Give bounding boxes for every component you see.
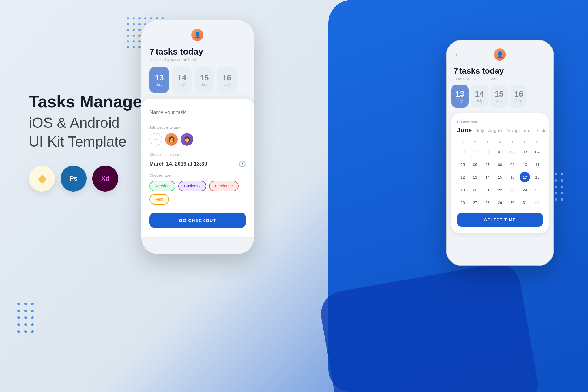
- menu-dots-left[interactable]: ···: [240, 32, 246, 38]
- cal-05[interactable]: 05: [458, 159, 468, 170]
- cal-29-inactive[interactable]: 29: [458, 147, 468, 157]
- cal-02[interactable]: 02: [507, 147, 518, 157]
- month-september[interactable]: Semptember: [507, 128, 533, 133]
- date-item-13-right[interactable]: 13 July: [451, 85, 469, 108]
- cal-15[interactable]: 15: [495, 172, 505, 182]
- cal-01-inactive[interactable]: 01: [532, 197, 542, 208]
- datetime-label: Choose date & time: [149, 153, 246, 157]
- cal-22[interactable]: 22: [495, 185, 505, 195]
- back-arrow-left[interactable]: ←: [149, 32, 155, 38]
- task-count-right: 7: [454, 66, 458, 75]
- cal-30-inactive[interactable]: 30: [470, 147, 480, 157]
- back-arrow-right[interactable]: ←: [455, 51, 460, 58]
- cal-29-end[interactable]: 29: [495, 197, 505, 208]
- month-tabs: June July August Semptember Octo: [457, 126, 543, 134]
- cal-16[interactable]: 16: [507, 172, 518, 182]
- dots-left-pattern: [17, 303, 35, 334]
- type-label: Choose type: [149, 173, 246, 177]
- photoshop-icon: Ps: [61, 166, 87, 192]
- phone-right-header: ← 👤 ···: [447, 48, 553, 61]
- cal-30[interactable]: 30: [507, 197, 518, 208]
- cal-header-s2: S: [532, 139, 543, 145]
- person-avatar-2: 👩: [181, 133, 193, 146]
- cal-11[interactable]: 11: [532, 159, 542, 170]
- tasks-label-left: tasks today: [156, 47, 203, 56]
- cal-31-inactive[interactable]: 31: [482, 147, 493, 157]
- date-item-15[interactable]: 15 July: [194, 67, 214, 93]
- greeting-right: Hello Sofia, welcome back.: [447, 76, 553, 85]
- cal-header-s1: S: [457, 139, 468, 145]
- date-item-16[interactable]: 16 July: [217, 67, 237, 93]
- date-strip-left: 13 July 14 July 15 July 16 July: [141, 67, 254, 93]
- cal-12[interactable]: 12: [458, 172, 468, 182]
- datetime-value: March 14, 2019 at 13:30: [149, 161, 207, 167]
- cal-27[interactable]: 27: [470, 197, 480, 208]
- task-name-input[interactable]: [149, 107, 246, 118]
- cal-header-f: F: [519, 139, 531, 145]
- choose-date-label: Choose date: [457, 120, 543, 124]
- calendar-grid: S M T W T F S 29 30 31 01 02 03 04 05 06…: [457, 139, 543, 208]
- cal-04[interactable]: 04: [532, 147, 542, 157]
- cal-13[interactable]: 13: [470, 172, 480, 182]
- cal-08[interactable]: 08: [495, 159, 505, 170]
- month-october[interactable]: Octo: [537, 128, 547, 133]
- person-avatar-1: 👩: [165, 133, 178, 146]
- cal-19[interactable]: 19: [458, 185, 468, 195]
- add-people-label: Add people to task: [149, 125, 246, 130]
- cal-03[interactable]: 03: [520, 147, 530, 157]
- avatar-right: 👤: [494, 48, 506, 61]
- cal-09[interactable]: 09: [507, 159, 518, 170]
- sketch-icon: ◆: [29, 166, 55, 192]
- cal-31-end[interactable]: 31: [520, 197, 530, 208]
- cal-20[interactable]: 20: [470, 185, 480, 195]
- cal-06[interactable]: 06: [470, 159, 480, 170]
- clock-icon[interactable]: 🕐: [239, 160, 246, 167]
- datetime-row: March 14, 2019 at 13:30 🕐: [149, 160, 246, 167]
- cal-10[interactable]: 10: [520, 159, 530, 170]
- cal-01-w1[interactable]: 01: [495, 147, 505, 157]
- date-item-14[interactable]: 14 July: [172, 67, 192, 93]
- cal-18[interactable]: 18: [532, 172, 542, 182]
- date-item-13-active[interactable]: 13 July: [149, 67, 169, 93]
- type-chips: Meeting Business Freelance Fam: [149, 181, 246, 205]
- date-strip-right: 13 July 14 July 15 July 16 July: [447, 85, 553, 108]
- go-checkout-button[interactable]: GO CHECKOUT: [149, 213, 246, 228]
- date-item-16-right[interactable]: 16 July: [510, 85, 527, 108]
- tasks-label-right: tasks today: [459, 66, 504, 75]
- greeting-left: Hello Sofia, welcome back.: [141, 57, 254, 67]
- cal-header-w: W: [494, 139, 505, 145]
- phone-right-mockup: ← 👤 ··· 7 tasks today Hello Sofia, welco…: [447, 40, 553, 265]
- avatar-left: 👤: [191, 29, 203, 41]
- cal-23[interactable]: 23: [507, 185, 518, 195]
- cal-header-t1: T: [482, 139, 493, 145]
- xd-icon: Xd: [92, 166, 118, 192]
- task-count-left: 7: [149, 47, 154, 56]
- people-row: + 👩 👩: [149, 133, 246, 146]
- add-person-button[interactable]: +: [149, 133, 162, 146]
- cal-17-active[interactable]: 17: [520, 172, 530, 182]
- month-july[interactable]: July: [476, 128, 484, 133]
- cal-header-m: M: [469, 139, 481, 145]
- chip-freelance[interactable]: Freelance: [209, 181, 239, 191]
- menu-dots-right[interactable]: ···: [539, 52, 545, 58]
- date-item-15-right[interactable]: 15 July: [490, 85, 508, 108]
- cal-21[interactable]: 21: [482, 185, 493, 195]
- cal-header-t2: T: [507, 139, 518, 145]
- cal-24[interactable]: 24: [520, 185, 530, 195]
- cal-14[interactable]: 14: [482, 172, 493, 182]
- month-august[interactable]: August: [488, 128, 503, 133]
- chip-meeting[interactable]: Meeting: [149, 181, 175, 191]
- cal-28[interactable]: 28: [482, 197, 493, 208]
- form-card: Add people to task + 👩 👩 Choose date & t…: [141, 99, 254, 237]
- select-time-button[interactable]: SELECT TIME: [457, 213, 543, 227]
- cal-25[interactable]: 25: [532, 185, 542, 195]
- phone-left-mockup: ← 👤 ··· 7 tasks today Hello Sofia, welco…: [141, 20, 254, 254]
- calendar-card: Choose date June July August Semptember …: [451, 113, 549, 233]
- chip-family[interactable]: Fam: [149, 194, 169, 205]
- month-june[interactable]: June: [457, 126, 472, 134]
- date-item-14-right[interactable]: 14 July: [471, 85, 488, 108]
- cal-07[interactable]: 07: [482, 159, 493, 170]
- chip-business[interactable]: Business: [178, 181, 206, 191]
- phone-left-header: ← 👤 ···: [141, 29, 254, 41]
- cal-26[interactable]: 26: [458, 197, 468, 208]
